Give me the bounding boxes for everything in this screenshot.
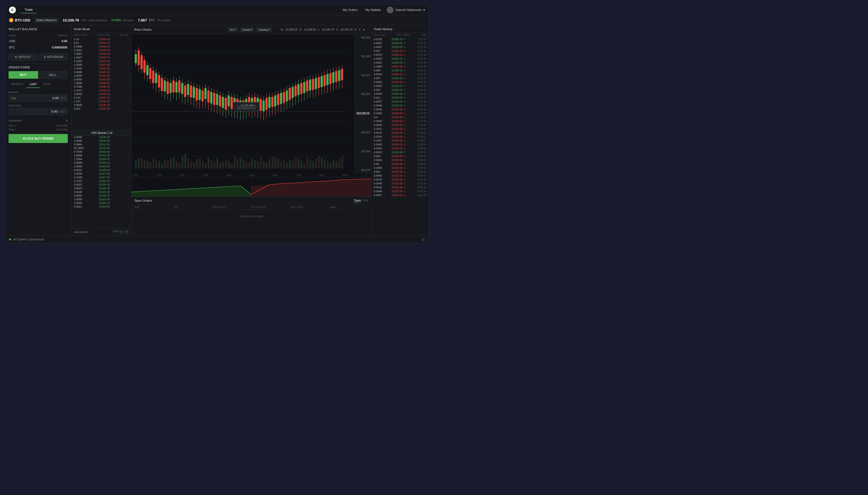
svg-rect-101	[164, 81, 166, 91]
order-book-ask-row[interactable]: 2.41410336.55-	[71, 99, 131, 103]
svg-rect-121	[193, 87, 195, 98]
order-book-bid-row[interactable]: 0.001010328.15-	[71, 168, 131, 172]
order-book-ask-row[interactable]: 0.100010342.65-	[71, 67, 131, 70]
order-book-bid-row[interactable]: 0.100010327.25-	[71, 176, 131, 179]
order-book-bid-row[interactable]: 0.102210326.50-	[71, 179, 131, 183]
order-book-bid-row[interactable]: 0.099910329.25-	[71, 161, 131, 165]
svg-rect-199	[306, 81, 308, 91]
order-book-ask-row[interactable]: 1.004710343.75-	[71, 55, 131, 59]
order-book-ask-row[interactable]: 0.0110344.40-	[71, 41, 131, 45]
order-book-bid-row[interactable]: 0.098410333.50-	[71, 143, 131, 147]
limit-price-input[interactable]	[11, 109, 58, 113]
svg-rect-143	[225, 98, 227, 110]
max-button[interactable]: Max	[11, 97, 16, 100]
order-book-bid-row[interactable]: 2.500010334.95-	[71, 139, 131, 143]
sell-tab[interactable]: SELL	[38, 71, 68, 79]
order-book-ask-row[interactable]: 0.13210337.35-	[71, 96, 131, 99]
open-orders-tab-fills[interactable]: Fills	[363, 199, 368, 202]
svg-rect-117	[187, 84, 189, 95]
stop-tab[interactable]: STOP	[40, 81, 54, 88]
order-book-bid-row[interactable]: 0.404510335.05-	[71, 135, 131, 139]
order-book-ask-row[interactable]: 0.592210344.30-	[71, 48, 131, 52]
svg-rect-24	[182, 156, 183, 169]
order-book-header: Order Book	[71, 25, 131, 33]
order-book-ask-row[interactable]: 2.000010342.85-	[71, 63, 131, 67]
order-book-ask-row[interactable]: 0.759910340.35-	[71, 85, 131, 88]
my-wallets-button[interactable]: My Wallets	[363, 7, 383, 13]
order-book-bid-row[interactable]: 0.759910332.90-	[71, 150, 131, 154]
order-book-bid-row[interactable]: 1.290410329.35-	[71, 157, 131, 161]
order-book-ask-row[interactable]: 1.000010340.65-	[71, 81, 131, 85]
order-book-bid-row[interactable]: 0.050010325.75-	[71, 194, 131, 198]
price-info: 10,336.78 USD Last trade price	[63, 18, 107, 22]
order-book-ask-row[interactable]: 1.437110340.00-	[71, 88, 131, 92]
market-tab[interactable]: MARKET	[9, 81, 27, 88]
order-book-bid-row[interactable]: 0.616810326.30-	[71, 190, 131, 194]
place-order-button[interactable]: PLACE BUY ORDER	[9, 134, 68, 143]
left-sidebar: Wallet Balance Asset Amount USD0.00BTC0.…	[5, 25, 71, 236]
order-book-ask-row[interactable]: 0.000010336.35-	[71, 103, 131, 107]
order-book-bid-row[interactable]: 0.002110324.50-	[71, 205, 131, 208]
chart-type-dropdown[interactable]: Candle ▾	[240, 27, 255, 32]
order-book-ask-row[interactable]: 0.100010342.90-	[71, 59, 131, 63]
volume-info: 7,867 BTC 24h volume	[138, 18, 170, 22]
wallet-balance-title: Wallet Balance	[5, 25, 71, 32]
order-book-bid-row[interactable]: 1.000010327.95-	[71, 172, 131, 176]
order-book-ask-row[interactable]: 3.1410344.45-	[71, 37, 131, 41]
user-menu[interactable]: Satoshi Nakamoto ▾	[387, 6, 425, 13]
svg-rect-171	[265, 98, 268, 110]
deposit-button[interactable]: ⊕ DEPOSIT	[9, 53, 37, 61]
chart-nav-right-icon[interactable]: ▶	[363, 28, 365, 31]
order-book-bid-row[interactable]: 3.026810329.00-	[71, 165, 131, 168]
timeframe-dropdown[interactable]: 5m ▾	[228, 27, 238, 32]
order-book-ask-row[interactable]: 1.008710344.00-	[71, 52, 131, 55]
svg-rect-183	[283, 92, 285, 103]
svg-rect-87	[143, 60, 146, 73]
trade-history-row: 0.005410338.46 ↗9:49:20	[371, 92, 429, 96]
amount-input[interactable]	[18, 96, 59, 100]
trade-history-row: 0.410336.80 ↘9:49:06	[371, 115, 429, 119]
order-book-bid-row[interactable]: 3.000010331.00-	[71, 154, 131, 157]
last-price-label: Last trade price	[88, 19, 107, 22]
app-logo[interactable]: C	[9, 6, 16, 13]
agg-plus-button[interactable]: +	[124, 230, 129, 234]
my-orders-button[interactable]: My Orders	[341, 7, 360, 13]
order-book-ask-row[interactable]: 2.000010341.95-	[71, 74, 131, 78]
open-orders-tab-open[interactable]: Open	[354, 199, 361, 202]
svg-rect-115	[184, 86, 186, 97]
settings-icon[interactable]: ⚙	[422, 238, 425, 241]
order-book-bid-row[interactable]: 25.300010333.00-	[71, 147, 131, 150]
order-book-bid-row[interactable]: 0.003710326.45-	[71, 183, 131, 187]
wallet-col-amount: Amount	[31, 33, 71, 38]
svg-rect-191	[295, 86, 297, 97]
order-book-bid-row[interactable]: 0.002310326.40-	[71, 187, 131, 190]
order-book-ask-row[interactable]: 5.60110336.30-	[71, 107, 131, 110]
svg-rect-41	[231, 164, 233, 168]
trade-history-row: 0.010210336.78 ↗9:50:15	[371, 37, 429, 41]
svg-rect-97	[158, 75, 160, 87]
order-book-ask-row[interactable]: 0.068810342.15-	[71, 70, 131, 74]
change-label: 24h price	[123, 19, 134, 22]
oo-col-fee: Fee (USD)	[290, 206, 329, 208]
svg-rect-31	[202, 161, 203, 169]
advanced-toggle[interactable]: Advanced ▾	[9, 117, 68, 124]
market-select-dropdown[interactable]: Select Market ▾	[34, 18, 59, 23]
trade-history-row: 0.00110338.42 ↗9:49:26	[371, 88, 429, 92]
price-label-10425: $10,425	[356, 36, 370, 39]
svg-rect-30	[199, 158, 201, 169]
trade-history-rows: 0.010210336.78 ↗9:50:150.095210336.81 ↗9…	[371, 37, 429, 236]
overlay-dropdown[interactable]: Overlay ▾	[256, 27, 272, 32]
order-book-ask-row[interactable]: 3.000010339.25-	[71, 92, 131, 96]
order-book-ask-row[interactable]: 0.600010341.80-	[71, 78, 131, 81]
order-book-bid-row[interactable]: 1.000010325.45-	[71, 198, 131, 201]
order-book-ask-row[interactable]: 0.299910344.35-	[71, 45, 131, 48]
buy-tab[interactable]: BUY	[9, 71, 38, 79]
svg-rect-167	[260, 99, 262, 111]
chart-time-labels: 9/13 1:00 2:00 3:00 4:00 5:00 6:00 7:00 …	[131, 173, 371, 177]
limit-tab[interactable]: LIMIT	[27, 81, 40, 88]
agg-minus-button[interactable]: −	[119, 230, 124, 234]
nav-tab-trade[interactable]: Trade	[21, 6, 36, 13]
order-book-bid-row[interactable]: 6.000010325.25-	[71, 201, 131, 205]
svg-rect-70	[315, 158, 317, 169]
withdraw-button[interactable]: ⊖ WITHDRAW	[39, 53, 68, 61]
